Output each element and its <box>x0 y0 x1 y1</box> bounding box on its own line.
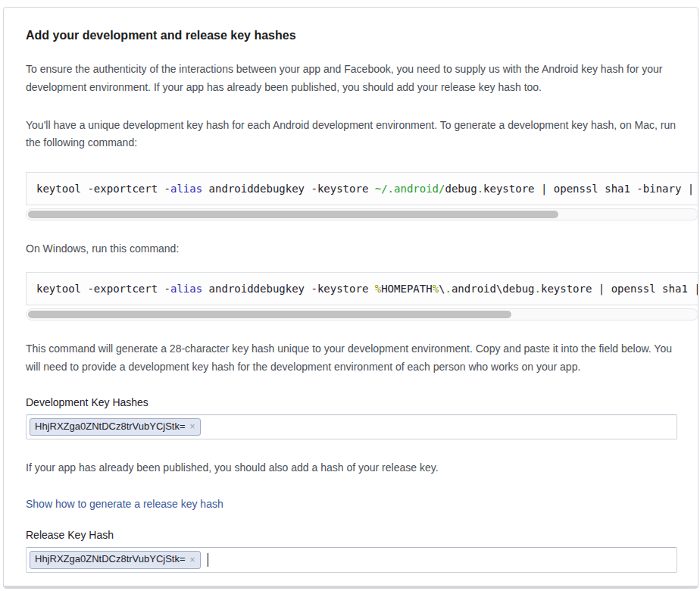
remove-development-hash-icon[interactable]: × <box>190 422 195 431</box>
show-release-key-hash-link[interactable]: Show how to generate a release key hash <box>26 498 223 510</box>
page-title: Add your development and release key has… <box>26 29 676 42</box>
release-key-hash-chip: HhjRXZga0ZNtDCz8trVubYCjStk= × <box>30 551 201 569</box>
mac-command-code[interactable]: keytool -exportcert -alias androiddebugk… <box>26 172 698 205</box>
release-key-hash-input[interactable]: HhjRXZga0ZNtDCz8trVubYCjStk= × <box>26 547 677 573</box>
release-key-hash-value: HhjRXZga0ZNtDCz8trVubYCjStk= <box>35 553 186 566</box>
text-cursor <box>208 553 208 567</box>
development-key-hashes-label: Development Key Hashes <box>26 396 676 408</box>
windows-command-block: keytool -exportcert -alias androiddebugk… <box>26 272 698 321</box>
bottom-divider <box>4 586 698 588</box>
development-key-hashes-input[interactable]: HhjRXZga0ZNtDCz8trVubYCjStk= × <box>26 414 677 440</box>
mac-command-block: keytool -exportcert -alias androiddebugk… <box>26 172 698 220</box>
card-content: Add your development and release key has… <box>4 8 698 589</box>
mac-scrollbar-thumb[interactable] <box>28 211 558 218</box>
hash-explanation-paragraph: This command will generate a 28-characte… <box>26 340 676 377</box>
mac-instructions-paragraph: You'll have a unique development key has… <box>26 117 676 153</box>
windows-command-scrollbar[interactable] <box>26 308 698 321</box>
development-key-hash-chip: HhjRXZga0ZNtDCz8trVubYCjStk= × <box>30 418 201 436</box>
remove-release-hash-icon[interactable]: × <box>190 555 195 564</box>
windows-scrollbar-thumb[interactable] <box>28 311 511 318</box>
windows-command-code[interactable]: keytool -exportcert -alias androiddebugk… <box>26 272 698 305</box>
published-note-paragraph: If your app has already been published, … <box>26 459 676 477</box>
intro-paragraph: To ensure the authenticity of the intera… <box>26 61 676 97</box>
setup-card: Add your development and release key has… <box>3 7 698 589</box>
development-key-hash-value: HhjRXZga0ZNtDCz8trVubYCjStk= <box>35 421 186 433</box>
release-key-hash-label: Release Key Hash <box>26 529 676 541</box>
windows-instructions-paragraph: On Windows, run this command: <box>26 240 676 258</box>
mac-command-scrollbar[interactable] <box>26 208 698 220</box>
